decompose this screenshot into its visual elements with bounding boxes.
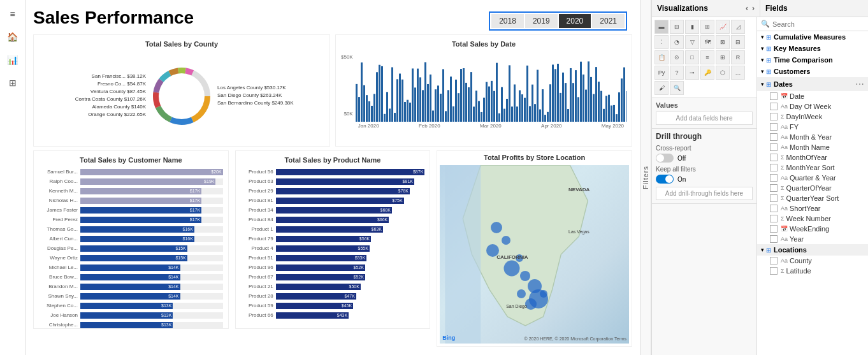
field-group-time-comparison[interactable]: ▾ ⊞ Time Comparison	[757, 54, 868, 66]
field-checkbox[interactable]	[770, 194, 778, 202]
field-checkbox[interactable]	[770, 235, 778, 243]
field-item-latitude[interactable]: Σ Latitude	[757, 266, 868, 276]
field-checkbox[interactable]	[770, 154, 778, 161]
viz-icon-area[interactable]: ◿	[731, 20, 745, 34]
field-group-locations[interactable]: ▾ ⊞ Locations	[757, 244, 868, 256]
viz-icon-pie[interactable]: ◔	[670, 35, 684, 49]
field-item-monthofyear[interactable]: Σ MonthOfYear	[757, 152, 868, 163]
field-checkbox[interactable]	[770, 113, 778, 120]
customer-bar-row: Brandon M... $14K	[39, 282, 223, 291]
sidebar-nav-icon-3[interactable]: 📊	[4, 51, 22, 69]
map-dot	[502, 236, 510, 245]
field-checkbox[interactable]	[770, 184, 778, 192]
field-item-day-of-week[interactable]: Aa Day Of Week	[757, 101, 868, 112]
values-label: Values	[656, 101, 753, 109]
sidebar-nav-icon-4[interactable]: ⊞	[4, 74, 22, 92]
viz-icon-funnel[interactable]: ▽	[685, 35, 699, 49]
viz-icon-decomp[interactable]: ⊸	[685, 66, 699, 80]
viz-icon-card[interactable]: □	[685, 50, 699, 64]
viz-icon-map[interactable]: 🗺	[700, 35, 714, 49]
field-checkbox[interactable]	[770, 267, 778, 275]
dates-options-icon[interactable]: ⋯	[855, 79, 864, 89]
field-checkbox[interactable]	[770, 164, 778, 171]
field-checkbox[interactable]	[770, 215, 778, 222]
field-group-customers[interactable]: ▾ ⊞ Customers	[757, 66, 868, 77]
fields-search-icon: 🔍	[761, 20, 770, 28]
viz-icon-tree[interactable]: ⊠	[716, 35, 730, 49]
product-bar-fill: $43K	[276, 312, 349, 319]
field-item-dayinweek[interactable]: Σ DayInWeek	[757, 112, 868, 122]
viz-icon-py[interactable]: Py	[655, 66, 669, 80]
field-group-dates[interactable]: ▾ ⊞ Dates ⋯	[757, 77, 868, 91]
sidebar-nav-icon-2[interactable]: 🏠	[4, 28, 22, 46]
field-item-quarteryear-sort[interactable]: Σ QuarterYear Sort	[757, 193, 868, 203]
field-text-icon: Aa	[781, 124, 788, 130]
field-item-quarterofyear[interactable]: Σ QuarterOfYear	[757, 183, 868, 193]
product-bar-value: $56K	[359, 236, 370, 241]
field-item-week-number[interactable]: Σ Week Number	[757, 214, 868, 224]
viz-icon-scatter[interactable]: ⁚	[655, 35, 669, 49]
field-item-month-&-year[interactable]: Aa Month & Year	[757, 132, 868, 142]
sidebar-nav-icon-1[interactable]: ≡	[4, 5, 22, 23]
viz-icon-col2[interactable]: ⊞	[700, 20, 714, 34]
field-item-shortyear[interactable]: Aa ShortYear	[757, 203, 868, 214]
cross-report-toggle[interactable]	[656, 154, 674, 163]
field-item-date[interactable]: 📅 Date	[757, 91, 868, 101]
viz-icon-bar[interactable]: ▬	[655, 20, 669, 34]
field-group-key-measures[interactable]: ▾ ⊞ Key Measures	[757, 43, 868, 54]
field-checkbox[interactable]	[770, 257, 778, 264]
product-bar-label: Product 96	[241, 264, 276, 270]
viz-icon-bar2[interactable]: ⊟	[670, 20, 684, 34]
field-checkbox[interactable]	[770, 123, 778, 131]
field-checkbox[interactable]	[770, 174, 778, 182]
field-item-year[interactable]: Aa Year	[757, 234, 868, 244]
field-item-quarter-&-year[interactable]: Aa Quarter & Year	[757, 173, 868, 183]
viz-icon-format[interactable]: 🖌	[655, 81, 669, 95]
field-checkbox[interactable]	[770, 225, 778, 233]
customer-bar-track: $17K	[80, 188, 223, 194]
viz-arrow-right[interactable]: ›	[752, 4, 755, 13]
field-text-icon: Aa	[781, 205, 788, 212]
customer-bar-value: $14K	[168, 294, 178, 298]
product-bar-track: $52K	[276, 264, 425, 271]
viz-icon-custom[interactable]: R	[731, 50, 745, 64]
svg-rect-90	[554, 69, 556, 122]
viz-icon-analytics[interactable]: 🔍	[670, 81, 684, 95]
add-data-fields[interactable]: Add data fields here	[656, 112, 753, 125]
map-dot	[540, 290, 547, 298]
year-btn-2020[interactable]: 2020	[559, 14, 591, 28]
viz-icon-slicer[interactable]: ≡	[700, 50, 714, 64]
field-item-county[interactable]: Aa County	[757, 256, 868, 266]
viz-icon-kpi[interactable]: 📋	[655, 50, 669, 64]
field-item-fy[interactable]: Aa FY	[757, 122, 868, 132]
keep-filters-toggle[interactable]	[656, 175, 674, 184]
year-btn-2018[interactable]: 2018	[491, 14, 524, 28]
field-item-monthyear-sort[interactable]: Σ MonthYear Sort	[757, 163, 868, 173]
field-checkbox[interactable]	[770, 205, 778, 212]
field-checkbox[interactable]	[770, 103, 778, 110]
product-bar-row: Product 59 $45K	[241, 301, 425, 310]
viz-icon-line[interactable]: 📈	[716, 20, 730, 34]
viz-arrow-left[interactable]: ‹	[746, 4, 748, 13]
field-checkbox[interactable]	[770, 92, 778, 100]
viz-icon-gauge[interactable]: ⊙	[670, 50, 684, 64]
viz-icon-col[interactable]: ▮	[685, 20, 699, 34]
viz-icon-qa[interactable]: ?	[670, 66, 684, 80]
date-x-labels: Jan 2020 Feb 2020 Mar 2020 Apr 2020 May …	[356, 123, 626, 129]
field-checkbox[interactable]	[770, 143, 778, 151]
viz-icon-matrix[interactable]: ⊟	[731, 35, 745, 49]
field-item-weekending[interactable]: 📅 WeekEnding	[757, 224, 868, 234]
fields-search-input[interactable]	[772, 20, 864, 28]
viz-icon-table[interactable]: ⊞	[716, 50, 730, 64]
viz-icon-shape[interactable]: ⬡	[716, 66, 730, 80]
viz-icon-more[interactable]: …	[731, 66, 745, 80]
field-checkbox[interactable]	[770, 133, 778, 141]
viz-icon-key[interactable]: 🔑	[700, 66, 714, 80]
year-btn-2019[interactable]: 2019	[525, 14, 558, 28]
add-drill-through-fields[interactable]: Add drill-through fields here	[656, 187, 753, 200]
field-group-cumulative[interactable]: ▾ ⊞ Cumulative Measures	[757, 31, 868, 43]
field-item-month-name[interactable]: Aa Month Name	[757, 142, 868, 152]
year-btn-2021[interactable]: 2021	[592, 14, 625, 28]
field-group-customers-label: Customers	[774, 68, 810, 75]
svg-rect-24	[386, 92, 388, 122]
